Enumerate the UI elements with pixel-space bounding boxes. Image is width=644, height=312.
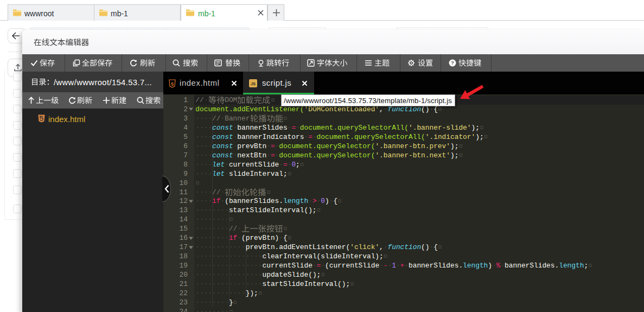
svg-text:?: ? [451,60,454,66]
svg-text:5: 5 [171,81,174,87]
svg-text:JS: JS [251,81,256,86]
